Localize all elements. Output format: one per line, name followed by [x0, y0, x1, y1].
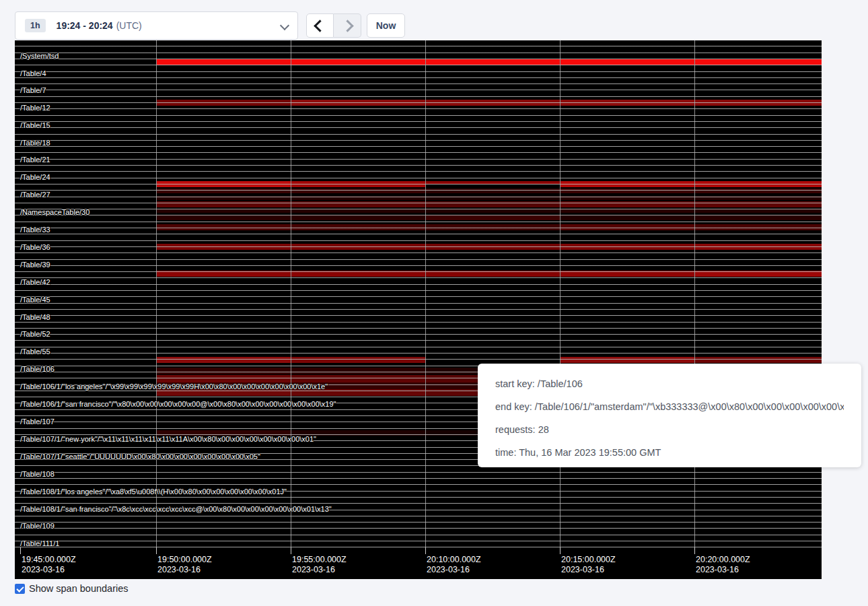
heatmap-band-cell[interactable] — [156, 382, 291, 389]
heatmap-row-label: /Table/15 — [20, 121, 50, 129]
heatmap-band-cell[interactable] — [156, 209, 291, 213]
heatmap-band-cell[interactable] — [694, 224, 822, 230]
heatmap-band-cell[interactable] — [291, 271, 425, 277]
chevron-down-icon — [281, 20, 288, 32]
heatmap-band-cell[interactable] — [425, 224, 560, 230]
heatmap-band-cell[interactable] — [156, 357, 291, 363]
axis-tick-label: 19:50:00.000Z2023-03-16 — [157, 555, 212, 575]
heatmap-band-cell[interactable] — [560, 189, 694, 193]
heatmap-band-cell[interactable] — [291, 215, 425, 220]
span-boundaries-checkbox-label[interactable]: Show span boundaries — [29, 583, 129, 594]
heatmap-band-cell[interactable] — [425, 215, 560, 220]
heatmap-band-cell[interactable] — [425, 100, 560, 106]
heatmap-band-cell[interactable] — [291, 224, 425, 230]
span-boundaries-checkbox[interactable] — [15, 584, 25, 594]
heatmap-band-cell[interactable] — [156, 201, 291, 207]
heatmap-rows: /System/tsd/Table/4/Table/7/Table/12/Tab… — [15, 40, 822, 551]
heatmap-band-cell[interactable] — [291, 201, 425, 207]
heatmap-row-label: /Table/4 — [20, 69, 46, 77]
heatmap-row-label: /Table/18 — [20, 139, 50, 147]
heatmap-band-cell[interactable] — [291, 368, 425, 374]
heatmap-band-cell[interactable] — [560, 215, 694, 220]
heatmap-band-cell[interactable] — [291, 59, 425, 65]
heatmap-band-cell[interactable] — [694, 196, 822, 200]
heatmap-gridline — [694, 40, 695, 551]
heatmap-band-cell[interactable] — [425, 244, 560, 250]
heatmap-band-cell[interactable] — [156, 224, 291, 230]
heatmap-band-cell[interactable] — [694, 201, 822, 207]
heatmap-band-cell[interactable] — [156, 244, 291, 250]
heatmap-band-cell[interactable] — [694, 209, 822, 213]
heatmap-band-cell[interactable] — [694, 100, 822, 106]
heatmap-row-label: /Table/55 — [20, 347, 50, 356]
heatmap-band-cell[interactable] — [560, 224, 694, 230]
heatmap-band-cell[interactable] — [560, 244, 694, 250]
heatmap-band-cell[interactable] — [560, 357, 694, 363]
heatmap-band-cell[interactable] — [425, 189, 560, 193]
heatmap-band-cell[interactable] — [291, 189, 425, 193]
heatmap-gridline — [425, 40, 426, 551]
heatmap-band-cell[interactable] — [694, 271, 822, 277]
prev-time-button[interactable] — [306, 13, 334, 38]
heatmap-band-cell[interactable] — [156, 430, 291, 436]
heatmap-band-cell[interactable] — [156, 184, 291, 187]
heatmap-band-cell[interactable] — [425, 201, 560, 207]
heatmap-row-label: /Table/108/1/"los angeles"/"\xa8\xf5\u00… — [20, 487, 287, 496]
next-time-button[interactable] — [334, 13, 361, 38]
heatmap-band-cell[interactable] — [694, 244, 822, 250]
time-range-timezone: (UTC) — [116, 20, 142, 31]
heatmap-band-cell[interactable] — [425, 196, 560, 200]
heatmap-band-cell[interactable] — [560, 184, 694, 187]
axis-tick-mark — [425, 547, 426, 554]
axis-tick-label: 20:20:00.000Z2023-03-16 — [696, 555, 750, 575]
heatmap-band-cell[interactable] — [291, 389, 425, 396]
heatmap-band-cell[interactable] — [560, 59, 694, 65]
heatmap-band-cell[interactable] — [425, 59, 560, 65]
heatmap-band-cell[interactable] — [156, 389, 291, 396]
axis-tick-label: 19:45:00.000Z2023-03-16 — [22, 555, 76, 575]
heatmap-band-cell[interactable] — [291, 209, 425, 213]
heatmap-row-label: /Table/107/1/"new york"/"\x11\x11\x11\x1… — [20, 435, 316, 443]
heatmap-band-cell[interactable] — [560, 201, 694, 207]
heatmap-band-cell[interactable] — [156, 368, 291, 374]
heatmap-band-cell[interactable] — [291, 357, 425, 363]
heatmap-band-cell[interactable] — [156, 215, 291, 220]
heatmap-band-cell[interactable] — [291, 382, 425, 389]
heatmap-row-label: /Table/108/1/"san francisco"/"\x8c\xcc\x… — [20, 505, 332, 513]
heatmap-band-cell[interactable] — [694, 59, 822, 65]
heatmap-band-cell[interactable] — [156, 59, 291, 65]
time-range-selector[interactable]: 1h 19:24 - 20:24 (UTC) — [15, 11, 298, 40]
heatmap-row-label: /Table/42 — [20, 278, 50, 286]
heatmap-band-cell[interactable] — [291, 196, 425, 200]
heatmap-band-cell[interactable] — [156, 271, 291, 277]
heatmap-band-cell[interactable] — [291, 244, 425, 250]
heatmap-band-cell[interactable] — [425, 209, 560, 213]
heatmap-band-cell[interactable] — [156, 100, 291, 106]
heatmap-band-cell[interactable] — [694, 189, 822, 193]
heatmap-row-label: /Table/48 — [20, 313, 50, 321]
heatmap-row-label: /Table/24 — [20, 173, 50, 181]
heatmap-row-label: /Table/39 — [20, 261, 50, 269]
heatmap-band-cell[interactable] — [425, 271, 560, 277]
heatmap-band-cell[interactable] — [560, 196, 694, 200]
heatmap-band-cell[interactable] — [560, 100, 694, 106]
heatmap-row-label: /Table/33 — [20, 226, 50, 234]
heatmap-band-cell[interactable] — [694, 215, 822, 220]
heatmap-row-label: /Table/108 — [20, 470, 55, 478]
heatmap-band-cell[interactable] — [291, 375, 425, 382]
heatmap-band-cell[interactable] — [694, 184, 822, 187]
heatmap-band-cell[interactable] — [156, 189, 291, 193]
heatmap-band-cell[interactable] — [560, 271, 694, 277]
key-visualizer-heatmap[interactable]: /System/tsd/Table/4/Table/7/Table/12/Tab… — [15, 40, 822, 579]
heatmap-band-cell[interactable] — [291, 430, 425, 436]
now-button[interactable]: Now — [367, 13, 405, 38]
heatmap-band-cell[interactable] — [291, 100, 425, 106]
heatmap-band-cell[interactable] — [694, 357, 822, 363]
heatmap-gridline — [560, 40, 560, 551]
duration-badge: 1h — [25, 19, 46, 33]
heatmap-band-cell[interactable] — [156, 196, 291, 200]
heatmap-band-cell[interactable] — [425, 181, 560, 184]
heatmap-band-cell[interactable] — [560, 209, 694, 213]
heatmap-band-cell[interactable] — [291, 184, 425, 187]
heatmap-band-cell[interactable] — [156, 375, 291, 382]
